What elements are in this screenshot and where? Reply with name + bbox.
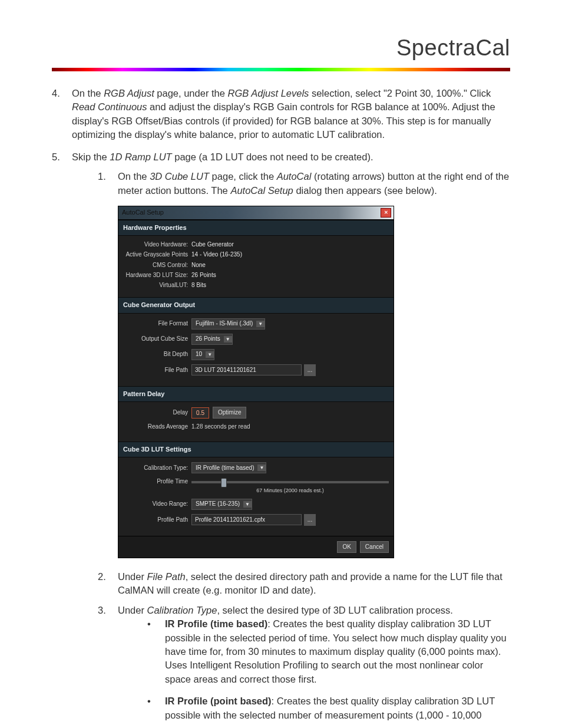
file-path-input[interactable]: 3D LUT 201411201621 — [191, 364, 302, 375]
sub-item-3: 3. Under Calibration Type, select the de… — [98, 604, 510, 728]
header-rule — [52, 68, 510, 71]
profile-path-input[interactable]: Profile 201411201621.cpfx — [191, 514, 302, 525]
chevron-down-icon: ▼ — [224, 336, 232, 342]
section-cube-generator-output: Cube Generator Output — [118, 297, 394, 314]
hw-value: 8 Bits — [191, 281, 389, 289]
bullet-item: • IR Profile (time based): Creates the b… — [147, 617, 510, 686]
section-cube-3d-lut-settings: Cube 3D LUT Settings — [118, 442, 394, 458]
dialog-title: AutoCal Setup — [118, 206, 378, 219]
sub-list: 1. On the 3D Cube LUT page, click the Au… — [98, 170, 510, 728]
list-number: 3. — [98, 604, 118, 728]
list-number: 2. — [98, 570, 118, 598]
bit-depth-label: Bit Depth — [123, 350, 191, 358]
bit-depth-select[interactable]: 10▼ — [191, 349, 214, 360]
reads-average-value: 1.28 seconds per read — [191, 423, 250, 431]
profile-time-caption: 67 Minutes (2000 reads est.) — [191, 487, 389, 495]
slider-thumb[interactable] — [221, 478, 227, 487]
c3-body: Calibration Type: IR Profile (time based… — [118, 457, 394, 536]
browse-button[interactable]: ... — [304, 364, 316, 376]
hw-value: 14 - Video (16-235) — [191, 251, 389, 259]
video-range-select[interactable]: SMPTE (16-235)▼ — [191, 499, 252, 510]
profile-time-label: Profile Time — [123, 477, 191, 486]
hardware-properties-body: Video Hardware:Cube Generator Active Gra… — [118, 236, 394, 297]
list-body: On the RGB Adjust page, under the RGB Ad… — [72, 87, 510, 142]
page: SpectraCal 4. On the RGB Adjust page, un… — [0, 0, 562, 728]
cancel-button[interactable]: Cancel — [360, 541, 389, 553]
hw-label: Hardware 3D LUT Size: — [123, 271, 191, 279]
section-hardware-properties: Hardware Properties — [118, 220, 394, 236]
list-number: 5. — [52, 150, 72, 728]
delay-input[interactable]: 0.5 — [191, 407, 209, 419]
content: 4. On the RGB Adjust page, under the RGB… — [52, 87, 510, 728]
chevron-down-icon: ▼ — [256, 321, 265, 327]
pd-body: Delay 0.5 Optimize Reads Average 1.28 se… — [118, 402, 394, 441]
list-body: Skip the 1D Ramp LUT page (a 1D LUT does… — [72, 150, 510, 728]
hw-value: Cube Generator — [191, 241, 389, 249]
autocal-dialog: AutoCal Setup ✕ Hardware Properties Vide… — [118, 206, 394, 558]
hw-value: 26 Points — [191, 271, 389, 279]
hw-label: Active Grayscale Points — [123, 251, 191, 259]
calibration-type-select[interactable]: IR Profile (time based)▼ — [191, 462, 266, 473]
dialog-buttons: OK Cancel — [118, 536, 394, 558]
ok-button[interactable]: OK — [337, 541, 356, 553]
optimize-button[interactable]: Optimize — [213, 407, 246, 419]
hw-value: None — [191, 261, 389, 269]
hw-label: Video Hardware: — [123, 241, 191, 249]
dialog-titlebar[interactable]: AutoCal Setup ✕ — [118, 206, 394, 220]
profile-time-slider[interactable] — [191, 481, 389, 483]
video-range-label: Video Range: — [123, 500, 191, 508]
file-format-select[interactable]: Fujifilm - IS-Mini (.3dl)▼ — [191, 318, 265, 330]
output-cube-size-label: Output Cube Size — [123, 335, 191, 343]
list-item-4: 4. On the RGB Adjust page, under the RGB… — [52, 87, 510, 142]
bullet-item: • IR Profile (point based): Creates the … — [147, 694, 510, 722]
list-number: 4. — [52, 87, 72, 142]
hw-label: CMS Control: — [123, 261, 191, 269]
chevron-down-icon: ▼ — [243, 501, 252, 508]
chevron-down-icon: ▼ — [257, 465, 266, 471]
main-list: 4. On the RGB Adjust page, under the RGB… — [52, 87, 510, 728]
profile-path-label: Profile Path — [123, 516, 191, 524]
list-item-5: 5. Skip the 1D Ramp LUT page (a 1D LUT d… — [52, 150, 510, 728]
file-path-label: File Path — [123, 366, 191, 374]
sub-item-2: 2. Under File Path, select the desired d… — [98, 570, 510, 598]
close-icon[interactable]: ✕ — [381, 208, 391, 218]
chevron-down-icon: ▼ — [206, 351, 214, 358]
brand-logo: SpectraCal — [52, 35, 510, 61]
list-number: 1. — [98, 170, 118, 564]
dialog-wrap: AutoCal Setup ✕ Hardware Properties Vide… — [118, 206, 510, 558]
bullet-icon: • — [147, 617, 165, 686]
calibration-type-label: Calibration Type: — [123, 464, 191, 472]
file-format-label: File Format — [123, 319, 191, 328]
reads-average-label: Reads Average — [123, 423, 191, 431]
sub-item-1: 1. On the 3D Cube LUT page, click the Au… — [98, 170, 510, 564]
cgo-body: File Format Fujifilm - IS-Mini (.3dl)▼ O… — [118, 314, 394, 386]
browse-button[interactable]: ... — [304, 514, 316, 526]
hw-label: VirtualLUT: — [123, 281, 191, 289]
section-pattern-delay: Pattern Delay — [118, 386, 394, 403]
bullet-icon: • — [147, 694, 165, 722]
delay-label: Delay — [123, 409, 191, 417]
bullet-list: • IR Profile (time based): Creates the b… — [147, 617, 510, 722]
output-cube-size-select[interactable]: 26 Points▼ — [191, 334, 233, 345]
